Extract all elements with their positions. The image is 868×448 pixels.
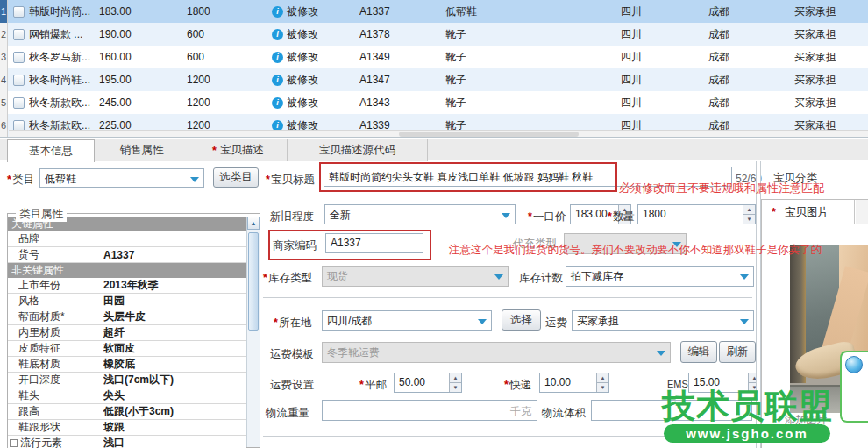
info-icon: i xyxy=(272,52,283,63)
prop-label: 鞋跟形状 xyxy=(8,420,96,435)
row-checkbox[interactable] xyxy=(13,75,25,86)
prop-value: 坡跟 xyxy=(96,420,246,435)
stock-type-dropdown: 现货 xyxy=(322,266,509,287)
choose-category-button[interactable]: 选类目 xyxy=(213,167,259,188)
cell-qty: 1200 xyxy=(187,91,272,114)
category-props-title: 类目属性 xyxy=(16,207,67,222)
edit-template-button[interactable]: 编辑 xyxy=(680,341,717,363)
scroll-up-icon[interactable]: ▲ xyxy=(247,217,260,230)
prop-label: 货号 xyxy=(8,247,96,262)
freight-dropdown[interactable]: 买家承担 xyxy=(572,310,754,331)
refresh-template-button[interactable]: 刷新 xyxy=(719,341,756,363)
row-number: 6 xyxy=(0,114,8,137)
prop-label: 风格 xyxy=(8,294,96,309)
prop-row[interactable]: 风格田园 xyxy=(8,294,246,309)
cell-freight: 买家承担 xyxy=(794,46,868,68)
prop-row[interactable]: 鞋头尖头 xyxy=(8,388,246,404)
title-label: *宝贝标题 xyxy=(266,173,315,188)
prop-label: 皮质特征 xyxy=(8,341,96,356)
location-dropdown[interactable]: 四川/成都 xyxy=(322,310,492,331)
row-number: 2 xyxy=(0,23,8,46)
cell-freight: 买家承担 xyxy=(794,91,868,114)
info-icon: i xyxy=(272,97,283,109)
prop-row[interactable]: 鞋跟形状坡跟 xyxy=(8,420,246,436)
detail-tabstrip: 基本信息 销售属性 *宝贝描述 宝贝描述源代码 xyxy=(0,139,868,160)
prop-row[interactable]: 品牌 xyxy=(8,231,246,247)
spin-up-icon[interactable]: ▲ xyxy=(597,373,608,383)
tab-item-desc[interactable]: *宝贝描述 xyxy=(189,139,288,161)
cell-city: 成都 xyxy=(708,91,794,114)
table-row[interactable]: 1 韩版时尚简... 183.00 1800 i被修改 A1337 低帮鞋 四川… xyxy=(0,0,868,23)
cell-code: A1337 xyxy=(359,0,445,23)
required-asterisk: * xyxy=(608,210,612,223)
row-checkbox[interactable] xyxy=(13,29,25,40)
spin-up-icon[interactable]: ▲ xyxy=(743,205,755,215)
required-asterisk: * xyxy=(212,145,217,157)
cell-qty: 1800 xyxy=(187,0,272,23)
spin-down-icon[interactable]: ▼ xyxy=(743,215,755,224)
prop-grid-scrollbar[interactable]: ▲ xyxy=(246,217,260,447)
prop-value: 橡胶底 xyxy=(96,357,246,372)
prop-row[interactable]: 货号A1337 xyxy=(8,247,246,263)
image-tab-strip-rest xyxy=(856,200,868,224)
prop-row[interactable]: 皮质特征软面皮 xyxy=(8,341,246,357)
required-asterisk: * xyxy=(528,210,532,223)
stock-count-dropdown[interactable]: 拍下减库存 xyxy=(566,266,754,287)
condition-dropdown[interactable]: 全新 xyxy=(324,204,516,224)
sku-label: 商家编码 xyxy=(273,238,317,253)
prop-grid: 关键属性品牌货号A1337非关键属性上市年份2013年秋季风格田园帮面材质*头层… xyxy=(8,217,246,448)
quantity-spinner[interactable]: 1800 ▲▼ xyxy=(637,204,756,224)
cell-code: A1349 xyxy=(359,46,445,68)
row-checkbox[interactable] xyxy=(13,97,25,109)
table-horizontal-scrollbar[interactable] xyxy=(9,130,868,138)
chat-avatar-icon xyxy=(845,356,863,373)
scrollbar-thumb[interactable] xyxy=(399,132,579,137)
weight-input[interactable]: 千克 xyxy=(322,400,537,421)
prop-row[interactable]: 内里材质超纤 xyxy=(8,325,246,341)
info-icon: i xyxy=(272,6,283,18)
spin-down-icon[interactable]: ▼ xyxy=(597,383,608,392)
row-number: 1 xyxy=(0,0,8,23)
expand-icon[interactable] xyxy=(10,439,18,447)
prop-value: 田园 xyxy=(96,294,246,309)
tab-sale-props[interactable]: 销售属性 xyxy=(95,139,189,161)
table-row[interactable]: 3 秋冬罗马新... 160.00 600 i被修改 A1349 靴子 四川 成… xyxy=(0,46,868,68)
price-label: *一口价 xyxy=(528,210,566,224)
prop-row[interactable]: 鞋底材质橡胶底 xyxy=(8,357,246,373)
prop-row[interactable]: 帮面材质*头层牛皮 xyxy=(8,309,246,325)
scrollbar-thumb[interactable] xyxy=(248,232,259,331)
weight-label: 物流重量 xyxy=(266,406,309,421)
annotation-title: 必须修改而且不要违规哦和属性注意匹配 xyxy=(619,181,824,196)
cell-status: 被修改 xyxy=(287,4,318,19)
express-price-spinner[interactable]: 10.00 ▲▼ xyxy=(539,373,609,393)
prop-row[interactable]: 流行元素浅口 xyxy=(8,436,246,448)
prop-label: 流行元素 xyxy=(8,436,96,448)
table-row[interactable]: 4 秋冬时尚鞋... 195.00 1200 i被修改 A1347 靴子 四川 … xyxy=(0,68,868,91)
chat-popup[interactable] xyxy=(840,351,868,423)
tab-desc-source[interactable]: 宝贝描述源代码 xyxy=(288,139,428,161)
cell-code: A1347 xyxy=(359,68,445,91)
prop-label: 内里材质 xyxy=(8,325,96,340)
spin-up-icon[interactable]: ▲ xyxy=(450,373,461,383)
choose-location-button[interactable]: 选择 xyxy=(502,309,541,331)
category-dropdown[interactable]: 低帮鞋 xyxy=(39,168,204,188)
cell-status: 被修改 xyxy=(287,73,318,88)
prop-value: 尖头 xyxy=(96,388,246,403)
post-price-spinner[interactable]: 50.00 ▲▼ xyxy=(394,373,462,393)
cell-empty xyxy=(523,23,621,46)
row-checkbox[interactable] xyxy=(13,6,25,18)
row-checkbox[interactable] xyxy=(13,52,25,63)
prop-row[interactable]: 上市年份2013年秋季 xyxy=(8,278,246,294)
required-asterisk: * xyxy=(504,379,509,391)
location-label: *所在地 xyxy=(274,316,311,331)
table-row[interactable]: 2 网销爆款 ... 190.00 600 i被修改 A1378 靴子 四川 成… xyxy=(0,23,868,46)
cell-qty: 600 xyxy=(187,46,272,68)
cell-category: 靴子 xyxy=(445,23,523,46)
tab-item-image[interactable]: * 宝贝图片 xyxy=(763,200,855,224)
spin-down-icon[interactable]: ▼ xyxy=(450,383,461,392)
tab-basic-info[interactable]: 基本信息 xyxy=(7,139,95,162)
prop-row[interactable]: 跟高低跟(小于3cm) xyxy=(8,404,246,420)
table-row[interactable]: 5 秋冬新款欧... 245.00 1200 i被修改 A1343 靴子 四川 … xyxy=(0,91,868,114)
prop-row[interactable]: 开口深度浅口(7cm以下) xyxy=(8,373,246,388)
sku-input[interactable]: A1337 xyxy=(325,233,423,253)
